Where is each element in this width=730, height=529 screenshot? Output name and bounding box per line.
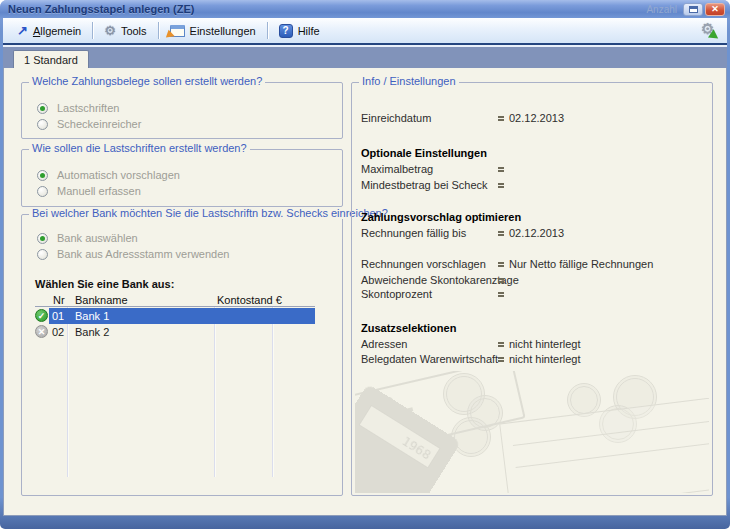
info-row-belegdaten: Belegdaten Warenwirtschaft nicht hinterl… bbox=[361, 353, 706, 367]
equals-icon bbox=[498, 167, 504, 172]
info-row-rechnungen-vorschlagen: Rechnungen vorschlagen Nur Netto fällige… bbox=[361, 258, 706, 272]
info-row-adressen: Adressen nicht hinterlegt bbox=[361, 338, 706, 352]
radio-lastschriften[interactable]: Lastschriften bbox=[37, 101, 119, 115]
cell-nr: 01 bbox=[52, 310, 64, 322]
radio-manuell-erfassen[interactable]: Manuell erfassen bbox=[37, 184, 141, 198]
equals-icon bbox=[498, 231, 504, 236]
column-header-kontostand: Kontostand € bbox=[217, 294, 282, 306]
coin-icon bbox=[467, 395, 503, 431]
coin-icon bbox=[599, 405, 637, 443]
calculator-graphic: 1968 bbox=[355, 384, 461, 493]
info-row-einreichdatum: Einreichdatum 02.12.2013 bbox=[361, 112, 706, 126]
info-row-rechnungen-faellig: Rechnungen fällig bis 02.12.2013 bbox=[361, 227, 706, 241]
background-window-title: Anzahl bbox=[646, 4, 677, 15]
radio-selected-icon bbox=[37, 103, 48, 114]
column-header-bankname: Bankname bbox=[75, 294, 128, 306]
bank-table-header: Nr Bankname Kontostand € bbox=[35, 293, 315, 307]
column-header-nr: Nr bbox=[53, 294, 65, 306]
coin-icon bbox=[451, 417, 491, 457]
equals-icon bbox=[498, 357, 504, 362]
check-icon: ✓ bbox=[35, 309, 48, 322]
allgemein-menu-button[interactable]: ↗ Allgemein bbox=[11, 22, 87, 39]
groupbox-title: Wie sollen die Lastschriften erstellt we… bbox=[29, 142, 250, 154]
equals-icon bbox=[498, 278, 504, 283]
radio-bank-adressstamm[interactable]: Bank aus Adressstamm verwenden bbox=[37, 247, 229, 261]
banknote-graphic: EURO bbox=[355, 371, 526, 458]
close-button[interactable]: ✕ bbox=[705, 3, 725, 16]
toolbar: ↗ Allgemein ⚙ Tools Einstellungen ? Hilf… bbox=[3, 18, 727, 45]
app-window: Neuen Zahlungsstapel anlegen (ZE) Anzahl… bbox=[0, 0, 730, 529]
radio-icon bbox=[37, 249, 48, 260]
window-glyph-icon bbox=[689, 6, 698, 13]
radio-bank-auswaehlen[interactable]: Bank auswählen bbox=[37, 231, 138, 245]
radio-icon bbox=[37, 186, 48, 197]
settings-window-icon bbox=[170, 25, 185, 37]
groupbox-title: Welche Zahlungsbelege sollen erstellt we… bbox=[29, 75, 265, 87]
equals-icon bbox=[498, 116, 504, 121]
help-icon: ? bbox=[279, 24, 293, 38]
allgemein-label: Allgemein bbox=[33, 25, 81, 37]
coin-icon bbox=[567, 383, 601, 417]
coin-icon bbox=[443, 373, 485, 415]
main-panel: Welche Zahlungsbelege sollen erstellt we… bbox=[3, 68, 727, 516]
cell-nr: 02 bbox=[52, 326, 64, 338]
radio-automatisch-vorschlagen[interactable]: Automatisch vorschlagen bbox=[37, 168, 180, 182]
equals-icon bbox=[498, 342, 504, 347]
radio-scheckeinreicher[interactable]: Scheckeinreicher bbox=[37, 117, 141, 131]
section-zusatzselektionen: Zusatzselektionen bbox=[361, 322, 706, 336]
gear-icon: ⚙ bbox=[104, 24, 116, 37]
info-row-mindestbetrag: Mindestbetrag bei Scheck bbox=[361, 179, 706, 193]
cell-bankname: Bank 1 bbox=[75, 310, 109, 322]
window-title: Neuen Zahlungsstapel anlegen (ZE) bbox=[8, 3, 194, 15]
section-optionale-einstellungen: Optionale Einstellungen bbox=[361, 147, 706, 161]
equals-icon bbox=[498, 292, 504, 297]
groupbox-title: Info / Einstellungen bbox=[359, 75, 459, 87]
section-zahlungsvorschlag: Zahlungsvorschlag optimieren bbox=[361, 211, 706, 225]
bank-table: Nr Bankname Kontostand € ✓ 01 Bank 1 bbox=[35, 293, 315, 477]
einstellungen-label: Einstellungen bbox=[190, 25, 256, 37]
bank-row-1[interactable]: ✓ 01 Bank 1 bbox=[35, 308, 315, 324]
groupbox-erstellung: Wie sollen die Lastschriften erstellt we… bbox=[21, 149, 343, 207]
info-row-skontoprozent: Skontoprozent bbox=[361, 288, 706, 302]
toolbar-separator bbox=[158, 22, 159, 39]
tab-standard[interactable]: 1 Standard bbox=[13, 50, 89, 68]
toolbar-separator bbox=[267, 22, 268, 39]
groupbox-info-einstellungen: Info / Einstellungen Einreichdatum 02.12… bbox=[351, 82, 713, 496]
euro-money-watermark: EURO bbox=[355, 371, 709, 493]
tools-label: Tools bbox=[121, 25, 147, 37]
bank-row-2[interactable]: ✕ 02 Bank 2 bbox=[35, 324, 315, 340]
radio-selected-icon bbox=[37, 170, 48, 181]
hilfe-label: Hilfe bbox=[298, 25, 320, 37]
info-row-maximalbetrag: Maximalbetrag bbox=[361, 163, 706, 177]
cross-icon: ✕ bbox=[35, 325, 48, 338]
tools-menu-button[interactable]: ⚙ Tools bbox=[98, 22, 152, 39]
hilfe-menu-button[interactable]: ? Hilfe bbox=[273, 22, 326, 40]
einstellungen-menu-button[interactable]: Einstellungen bbox=[164, 23, 262, 39]
toolbar-separator bbox=[92, 22, 93, 39]
radio-selected-icon bbox=[37, 233, 48, 244]
equals-icon bbox=[498, 262, 504, 267]
info-row-skontokarenztage: Abweichende Skontokarenztage bbox=[361, 274, 706, 288]
groupbox-zahlungsbelege: Welche Zahlungsbelege sollen erstellt we… bbox=[21, 82, 343, 139]
transfer-form-graphic: EUR bbox=[499, 371, 709, 493]
restore-window-button[interactable] bbox=[683, 3, 703, 16]
cell-bankname: Bank 2 bbox=[75, 326, 109, 338]
coin-icon bbox=[613, 375, 657, 419]
bank-table-caption: Wählen Sie eine Bank aus: bbox=[35, 278, 174, 290]
equals-icon bbox=[498, 183, 504, 188]
execute-settings-button[interactable]: ⚙ bbox=[699, 22, 719, 40]
radio-icon bbox=[37, 119, 48, 130]
title-bar: Neuen Zahlungsstapel anlegen (ZE) Anzahl… bbox=[0, 0, 730, 18]
arrow-up-right-icon: ↗ bbox=[17, 24, 28, 37]
groupbox-title: Bei welcher Bank möchten Sie die Lastsch… bbox=[29, 207, 391, 219]
window-body: ↗ Allgemein ⚙ Tools Einstellungen ? Hilf… bbox=[3, 18, 727, 516]
groupbox-bank-auswahl: Bei welcher Bank möchten Sie die Lastsch… bbox=[21, 214, 343, 496]
tab-strip: 1 Standard bbox=[3, 47, 727, 68]
